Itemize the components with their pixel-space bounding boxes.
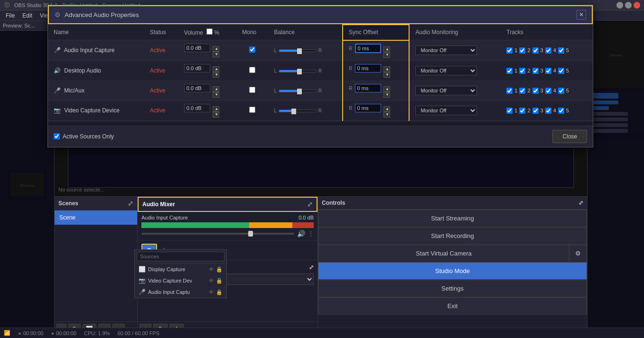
- row2-track1[interactable]: [506, 68, 513, 74]
- row4-vol-down[interactable]: ▼: [213, 112, 219, 118]
- row1-sync-down[interactable]: ▼: [383, 52, 390, 58]
- row2-mono: [236, 61, 268, 81]
- row1-sync-input[interactable]: [355, 44, 381, 53]
- speaker-icon-2: 🔊: [54, 67, 61, 74]
- row1-name: 🎤 Audio Input Capture: [48, 40, 144, 61]
- row2-sync-up[interactable]: ▲: [383, 66, 390, 72]
- row2-vol-down[interactable]: ▼: [213, 72, 219, 78]
- row2-status: Active: [144, 61, 178, 81]
- dialog-footer: Active Sources Only Close: [48, 126, 593, 147]
- row1-volume-input[interactable]: [184, 44, 210, 52]
- row1-track2[interactable]: [519, 47, 525, 54]
- volume-checkbox-all[interactable]: [206, 28, 213, 35]
- row1-status: Active: [144, 40, 178, 61]
- table-row: 🎤 Audio Input Capture Active ▲▼: [48, 40, 593, 61]
- row4-status: Active: [144, 100, 178, 120]
- row4-track5[interactable]: [558, 108, 564, 114]
- row2-track4[interactable]: [545, 68, 551, 74]
- row4-mono: [236, 100, 268, 120]
- row3-mono-checkbox[interactable]: [249, 87, 255, 93]
- row1-monitor-select[interactable]: Monitor Off Monitor Only (mute output) M…: [415, 46, 477, 55]
- row2-track3[interactable]: [532, 68, 539, 74]
- row1-monitoring: Monitor Off Monitor Only (mute output) M…: [409, 40, 501, 61]
- row3-volume: ▲▼: [178, 81, 236, 100]
- row4-track3[interactable]: [532, 108, 539, 114]
- close-dialog-button[interactable]: Close: [552, 130, 587, 143]
- advanced-audio-dialog: ⚙ Advanced Audio Properties ✕ Name Statu…: [47, 5, 593, 147]
- row4-balance: L R: [268, 100, 343, 120]
- table-row: 📷 Video Capture Device Active ▲▼: [48, 100, 593, 120]
- row3-sync-up[interactable]: ▲: [383, 86, 390, 92]
- row1-track4[interactable]: [545, 47, 551, 54]
- row3-track4[interactable]: [545, 88, 551, 94]
- row3-track2[interactable]: [519, 88, 525, 94]
- row3-name: 🎤 Mic/Aux: [48, 81, 144, 100]
- row4-monitor-select[interactable]: Monitor Off Monitor Only (mute output) M…: [415, 106, 477, 115]
- active-sources-label[interactable]: Active Sources Only: [54, 133, 114, 140]
- dialog-overlay: ⚙ Advanced Audio Properties ✕ Name Statu…: [0, 0, 644, 338]
- row3-track1[interactable]: [506, 88, 513, 94]
- mic-icon-3: 🎤: [54, 87, 61, 94]
- row3-sync-input[interactable]: [355, 84, 381, 92]
- row4-sync-up[interactable]: ▲: [383, 106, 390, 112]
- row2-tracks: 1 2 3 4 5: [501, 61, 593, 81]
- mic-icon-1: 🎤: [54, 47, 61, 54]
- col-audio-monitoring: Audio Monitoring: [409, 25, 501, 40]
- row2-volume: ▲▼: [178, 61, 236, 81]
- row1-sync-up[interactable]: ▲: [383, 46, 390, 52]
- row2-volume-input[interactable]: [184, 64, 210, 73]
- row4-track2[interactable]: [519, 108, 525, 114]
- row2-sync-down[interactable]: ▼: [383, 72, 390, 78]
- row4-balance-track[interactable]: [279, 110, 317, 112]
- row2-balance-track[interactable]: [279, 70, 317, 73]
- dialog-close-button[interactable]: ✕: [577, 10, 586, 19]
- row1-vol-down[interactable]: ▼: [213, 52, 219, 57]
- row1-balance-track[interactable]: [279, 49, 317, 52]
- row4-volume-input[interactable]: [184, 104, 210, 112]
- row3-vol-down[interactable]: ▼: [213, 92, 219, 98]
- active-sources-checkbox[interactable]: [54, 133, 60, 139]
- row2-vol-up[interactable]: ▲: [213, 66, 219, 72]
- row1-mono: [236, 40, 268, 61]
- row3-volume-input[interactable]: [184, 84, 210, 92]
- row1-balance: L R: [268, 40, 343, 61]
- row4-sync-input[interactable]: [355, 104, 381, 112]
- row3-balance: L R: [268, 81, 343, 100]
- row3-sync-down[interactable]: ▼: [383, 92, 390, 98]
- row4-tracks: 1 2 3 4 5: [501, 100, 593, 120]
- row1-tracks: 1 2 3 4 5: [501, 40, 593, 61]
- row2-track2[interactable]: [519, 68, 525, 74]
- row2-track5[interactable]: [558, 68, 564, 74]
- row1-vol-up[interactable]: ▲: [213, 46, 219, 52]
- row4-track4[interactable]: [545, 108, 551, 114]
- dialog-gear-icon: ⚙: [55, 11, 61, 18]
- row2-sync-input[interactable]: [355, 64, 381, 73]
- col-balance: Balance: [268, 25, 343, 40]
- camera-icon-4: 📷: [54, 107, 61, 114]
- col-sync-offset: Sync Offset: [343, 25, 410, 40]
- row1-track3[interactable]: [532, 47, 539, 54]
- row2-monitor-select[interactable]: Monitor Off Monitor Only (mute output) M…: [415, 66, 477, 75]
- audio-properties-table: Name Status Volume % Mono Balance Sync O…: [48, 24, 593, 121]
- row2-mono-checkbox[interactable]: [249, 67, 255, 73]
- row4-sync-down[interactable]: ▼: [383, 112, 390, 118]
- dialog-scroll-area[interactable]: Name Status Volume % Mono Balance Sync O…: [48, 24, 593, 121]
- dialog-title: Advanced Audio Properties: [65, 11, 139, 18]
- row4-track1[interactable]: [506, 108, 513, 114]
- row3-balance-track[interactable]: [279, 90, 317, 92]
- row4-mono-checkbox[interactable]: [249, 107, 255, 113]
- row3-track5[interactable]: [558, 88, 564, 94]
- row2-balance: L R: [268, 61, 343, 81]
- col-name: Name: [48, 25, 144, 40]
- row3-sync: R ▲▼: [343, 81, 410, 100]
- row1-track1[interactable]: [506, 47, 513, 54]
- horizontal-scrollbar[interactable]: [48, 121, 593, 126]
- row3-track3[interactable]: [532, 88, 539, 94]
- row3-vol-up[interactable]: ▲: [213, 86, 219, 92]
- row3-monitoring: Monitor Off Monitor Only (mute output) M…: [409, 81, 501, 100]
- row3-monitor-select[interactable]: Monitor Off Monitor Only (mute output) M…: [415, 86, 477, 95]
- row1-track5[interactable]: [558, 47, 564, 54]
- row4-vol-up[interactable]: ▲: [213, 106, 219, 112]
- col-volume: Volume %: [178, 25, 236, 40]
- row1-mono-checkbox[interactable]: [249, 46, 255, 53]
